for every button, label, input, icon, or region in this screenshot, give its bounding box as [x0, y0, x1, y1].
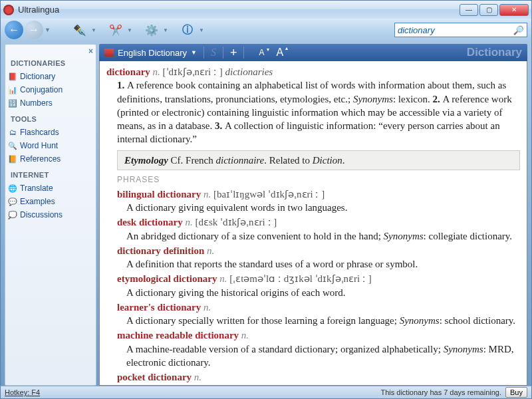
phrase-definition: An abridged dictionary of a size conveni… — [126, 229, 520, 243]
book-icon — [104, 49, 114, 57]
phrase-headword: machine readable dictionary — [117, 330, 239, 340]
phrase-headword: etymological dictionary — [117, 273, 217, 284]
sidebar: × DICTIONARIES📕Dictionary📊Conjugation🔢Nu… — [5, 44, 96, 386]
sidebar-item-label: References — [20, 154, 61, 164]
nav-history-dropdown[interactable]: ▼ — [45, 27, 53, 33]
phrase-entry: dictionary definition n.A definition tha… — [106, 244, 520, 271]
etymology-box: Etymology Cf. French dictionnaire. Relat… — [117, 150, 520, 170]
phrases-header: PHRASES — [117, 174, 520, 185]
phrase-definition: A machine-readable version of a standard… — [126, 342, 520, 370]
close-button[interactable]: ✕ — [499, 4, 529, 16]
phrase-pos: n. — [207, 245, 214, 256]
phrase-ipa: [baɪˈlɪŋgwəl ˈdɪkʃəˌnɛri ː ] — [213, 189, 325, 200]
sidebar-item-label: Dictionary — [20, 72, 55, 81]
main-area: × DICTIONARIES📕Dictionary📊Conjugation🔢Nu… — [0, 41, 532, 386]
sidebar-item-label: Flashcards — [20, 128, 59, 137]
phrase-headword: learner's dictionary — [117, 302, 201, 313]
synonyms-label: Synonyms — [353, 94, 393, 104]
hotkey-label[interactable]: Hotkey: F4 — [5, 388, 40, 396]
sidebar-item-wordhunt-icon: 🔍 — [8, 141, 17, 150]
scissors-dropdown[interactable]: ▼ — [127, 27, 134, 33]
tools-icon[interactable]: ✒️ — [71, 21, 88, 39]
sense-number: 2. — [433, 94, 443, 104]
content-panel: English Dictionary ▼ S + A▾ A▴ Dictionar… — [99, 44, 527, 386]
search-input[interactable] — [398, 25, 513, 35]
font-smaller-button[interactable]: A▾ — [259, 48, 264, 57]
phrase-pos: n. — [219, 273, 227, 284]
phrase-pos: n. — [203, 189, 211, 200]
sidebar-item-label: Discussions — [20, 210, 63, 219]
gear-icon[interactable]: ⚙️ — [143, 21, 160, 39]
sidebar-item-numbers-icon: 🔢 — [8, 98, 17, 108]
statusbar: Hotkey: F4 This dictionary has 7 days re… — [0, 386, 532, 399]
add-button[interactable]: + — [230, 46, 237, 60]
definition-body: 1. A reference book containing an alphab… — [117, 78, 520, 146]
sidebar-item-examples-icon: 💬 — [8, 197, 17, 206]
synonyms-label: Synonyms — [384, 231, 424, 241]
phrase-definition: A dictionary giving equivalent words in … — [126, 201, 520, 214]
info-dropdown[interactable]: ▼ — [199, 27, 205, 33]
headword: dictionary — [106, 66, 150, 77]
headword-line: dictionary n. [ˈdɪkʃəˌnɛri ː ] dictionar… — [106, 65, 520, 78]
strikethrough-button[interactable]: S — [211, 47, 216, 59]
sidebar-item-discussions[interactable]: 💭Discussions — [5, 208, 96, 221]
search-icon[interactable]: 🔍 — [513, 25, 524, 35]
dictionary-selector-dropdown[interactable]: ▼ — [191, 49, 197, 56]
app-icon — [3, 5, 14, 15]
sidebar-item-label: Examples — [20, 197, 55, 206]
sidebar-item-conjugation[interactable]: 📊Conjugation — [5, 83, 96, 96]
synonyms-label: Synonyms — [444, 344, 483, 354]
sense-number: 1. — [117, 80, 127, 90]
panel-title: Dictionary — [467, 46, 522, 59]
window-title: Ultralingua — [18, 5, 460, 15]
sidebar-item-numbers[interactable]: 🔢Numbers — [5, 96, 96, 110]
sense-number: 3. — [215, 120, 225, 131]
tools-dropdown[interactable]: ▼ — [91, 27, 98, 33]
gear-dropdown[interactable]: ▼ — [163, 27, 170, 33]
font-larger-button[interactable]: A▴ — [277, 47, 284, 59]
phrase-definition: A definition that reports the standard u… — [126, 257, 520, 271]
phrase-pos: n. — [194, 372, 201, 382]
sidebar-item-dictionary-icon: 📕 — [8, 72, 17, 81]
definition-area[interactable]: dictionary n. [ˈdɪkʃəˌnɛri ː ] dictionar… — [99, 61, 527, 386]
sidebar-item-wordhunt[interactable]: 🔍Word Hunt — [5, 139, 96, 152]
scissors-icon[interactable]: ✂️ — [107, 21, 124, 39]
sidebar-close-button[interactable]: × — [88, 47, 93, 56]
phrase-headword: pocket dictionary — [117, 372, 192, 382]
buy-button[interactable]: Buy — [505, 387, 527, 398]
sidebar-item-dictionary[interactable]: 📕Dictionary — [5, 70, 96, 83]
word-forms: dictionaries — [225, 66, 273, 77]
phrase-headword: bilingual dictionary — [117, 189, 201, 200]
sidebar-item-references[interactable]: 📙References — [5, 152, 96, 166]
window-controls: — ▢ ✕ — [460, 4, 529, 16]
forward-button[interactable]: → — [25, 21, 43, 39]
pronunciation: [ˈdɪkʃəˌnɛri ː ] — [163, 66, 223, 77]
phrase-headword: desk dictionary — [117, 217, 183, 227]
synonyms-text: : collegiate dictionary. — [424, 231, 513, 241]
sidebar-item-references-icon: 📙 — [8, 154, 17, 164]
phrase-entry: machine readable dictionary n.A machine-… — [106, 329, 520, 369]
toolbar: ← → ▼ ✒️ ▼ ✂️ ▼ ⚙️ ▼ ⓘ ▼ 🔍 — [0, 19, 532, 41]
sidebar-item-discussions-icon: 💭 — [8, 210, 17, 219]
phrase-definition: A dictionary specially written for those… — [126, 314, 520, 327]
phrase-pos: n. — [241, 330, 249, 340]
info-icon[interactable]: ⓘ — [179, 21, 196, 39]
sidebar-item-flashcards[interactable]: 🗂Flashcards — [5, 126, 96, 139]
phrase-entry: pocket dictionary n. — [106, 370, 520, 384]
synonyms-text: : lexicon. — [393, 94, 433, 104]
synonyms-text: : school dictionary. — [440, 315, 515, 326]
sidebar-section-header: DICTIONARIES — [5, 47, 96, 70]
phrase-entry: bilingual dictionary n. [baɪˈlɪŋgwəl ˈdɪ… — [106, 188, 520, 215]
sidebar-item-examples[interactable]: 💬Examples — [5, 195, 96, 208]
sidebar-item-conjugation-icon: 📊 — [8, 85, 17, 94]
sidebar-item-label: Numbers — [20, 98, 53, 108]
sidebar-item-label: Translate — [20, 184, 53, 193]
dictionary-selector-label[interactable]: English Dictionary — [118, 48, 187, 58]
back-button[interactable]: ← — [5, 21, 23, 39]
part-of-speech: n. — [153, 66, 160, 77]
content-header: English Dictionary ▼ S + A▾ A▴ Dictionar… — [99, 44, 527, 61]
minimize-button[interactable]: — — [460, 4, 478, 16]
sidebar-item-flashcards-icon: 🗂 — [8, 128, 17, 137]
maximize-button[interactable]: ▢ — [479, 4, 498, 16]
sidebar-item-translate[interactable]: 🌐Translate — [5, 182, 96, 195]
